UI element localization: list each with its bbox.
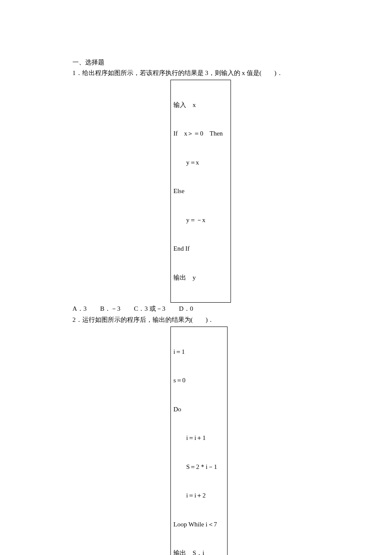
code-line: 输出 y [173,273,225,283]
code-line: Else [173,186,225,196]
section-heading: 一、选择题 [72,58,366,67]
question-1-options: A．3 B．－3 C．3 或－3 D．0 [72,304,366,314]
question-1-prompt: 1．给出程序如图所示，若该程序执行的结果是 3，则输入的 x 值是( )． [72,68,366,78]
code-line: y＝x [173,158,225,168]
code-line: 输出 S，i [173,548,225,555]
code-line: If x＞＝0 Then [173,129,225,139]
question-2-prompt: 2．运行如图所示的程序后，输出的结果为( )． [72,315,366,325]
code-line: y＝－x [173,215,225,225]
option: B．－3 [100,304,121,314]
code-line: End If [173,244,225,254]
code-block-2: i＝1 s＝0 Do i＝i＋1 S＝2＊i－1 i＝i＋2 Loop Whil… [170,327,228,555]
code-line: S＝2＊i－1 [173,462,225,472]
code-line: 输入 x [173,100,225,110]
code-block-1: 输入 x If x＞＝0 Then y＝x Else y＝－x End If 输… [170,80,231,303]
page: 一、选择题 1．给出程序如图所示，若该程序执行的结果是 3，则输入的 x 值是(… [0,0,392,555]
option: A．3 [72,304,86,314]
option: C．3 或－3 [134,304,165,314]
code-line: Loop While i＜7 [173,520,225,529]
code-line: Do [173,405,225,414]
option: D．0 [179,304,193,314]
code-line: i＝1 [173,347,225,357]
code-line: i＝i＋1 [173,433,225,443]
code-line: s＝0 [173,376,225,385]
code-line: i＝i＋2 [173,491,225,500]
